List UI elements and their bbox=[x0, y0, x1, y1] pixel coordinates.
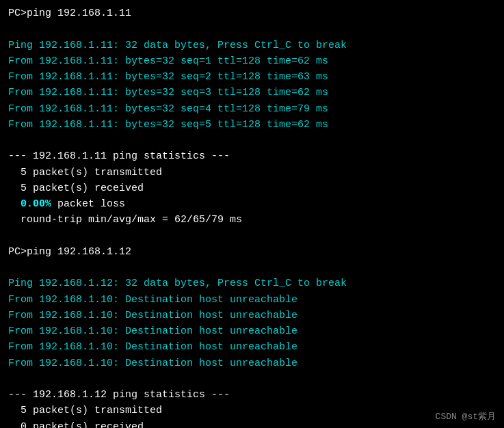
terminal-line: round-trip min/avg/max = 62/65/79 ms bbox=[8, 212, 496, 228]
terminal-output: PC>ping 192.168.1.11Ping 192.168.1.11: 3… bbox=[8, 5, 496, 428]
terminal-line: From 192.168.1.10: Destination host unre… bbox=[8, 292, 496, 308]
terminal-line: 5 packet(s) transmitted bbox=[8, 165, 496, 180]
terminal-line: 0.00% packet loss bbox=[8, 196, 496, 212]
terminal-line: 5 packet(s) transmitted bbox=[8, 403, 496, 418]
terminal-line: Ping 192.168.1.12: 32 data bytes, Press … bbox=[8, 276, 496, 291]
terminal-line: From 192.168.1.10: Destination host unre… bbox=[8, 339, 496, 355]
terminal-line: --- 192.168.1.12 ping statistics --- bbox=[8, 387, 496, 403]
terminal-line: From 192.168.1.11: bytes=32 seq=4 ttl=12… bbox=[8, 101, 496, 117]
terminal-line: From 192.168.1.10: Destination host unre… bbox=[8, 323, 496, 339]
watermark: CSDN @st紫月 bbox=[436, 410, 496, 423]
terminal-line: From 192.168.1.11: bytes=32 seq=1 ttl=12… bbox=[8, 53, 496, 69]
terminal-line: From 192.168.1.11: bytes=32 seq=5 ttl=12… bbox=[8, 117, 496, 133]
terminal-line: From 192.168.1.10: Destination host unre… bbox=[8, 308, 496, 323]
terminal-line: 0 packet(s) received bbox=[8, 419, 496, 429]
terminal-line: From 192.168.1.10: Destination host unre… bbox=[8, 356, 496, 371]
terminal-line: From 192.168.1.11: bytes=32 seq=3 ttl=12… bbox=[8, 85, 496, 101]
terminal-window: PC>ping 192.168.1.11Ping 192.168.1.11: 3… bbox=[0, 0, 504, 428]
terminal-line: 5 packet(s) received bbox=[8, 180, 496, 196]
terminal-line: PC>ping 192.168.1.12 bbox=[8, 244, 496, 260]
terminal-line: Ping 192.168.1.11: 32 data bytes, Press … bbox=[8, 38, 496, 53]
terminal-line: From 192.168.1.11: bytes=32 seq=2 ttl=12… bbox=[8, 69, 496, 85]
terminal-line: PC>ping 192.168.1.11 bbox=[8, 5, 496, 21]
terminal-line: --- 192.168.1.11 ping statistics --- bbox=[8, 148, 496, 164]
